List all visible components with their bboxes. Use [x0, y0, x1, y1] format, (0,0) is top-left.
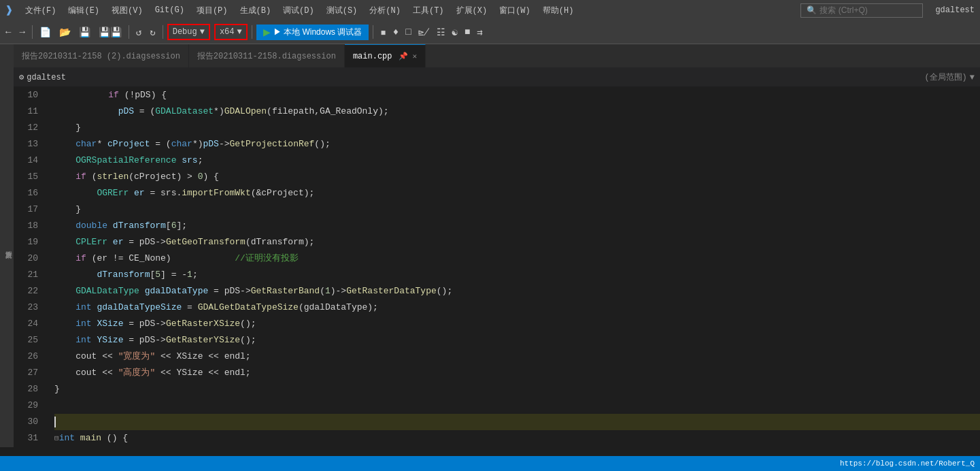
- editor-header: ⚙ gdaltest (全局范围) ▼: [14, 68, 980, 87]
- back-button[interactable]: ←: [3, 25, 14, 39]
- line-number-24: 24: [14, 316, 44, 332]
- line-numbers: 1011121314151617181920212223242526272829…: [14, 87, 49, 447]
- tab-diagsession-2[interactable]: 报告20210311-2158 (2).diagsession: [14, 44, 189, 67]
- menu-test[interactable]: 测试(S): [321, 0, 363, 20]
- tab-main-cpp[interactable]: main.cpp 📌 ✕: [345, 44, 426, 67]
- project-breadcrumb: ⚙ gdaltest: [19, 72, 66, 82]
- redo-icon[interactable]: ↻: [147, 25, 158, 39]
- search-icon: 🔍: [807, 5, 817, 16]
- line-number-27: 27: [14, 365, 44, 381]
- line-number-21: 21: [14, 267, 44, 283]
- debug-config-dropdown[interactable]: Debug ▼: [167, 24, 210, 40]
- line-number-12: 12: [14, 120, 44, 136]
- line-number-15: 15: [14, 169, 44, 185]
- project-name-label: gdaltest: [27, 73, 66, 82]
- play-icon: ▶: [263, 27, 271, 37]
- code-line-22: GDALDataType gdalDataType = pDS->GetRast…: [54, 283, 980, 299]
- code-line-15: if (strlen(cProject) > 0) {: [54, 169, 980, 185]
- line-number-14: 14: [14, 152, 44, 169]
- tab-close-button[interactable]: ✕: [412, 52, 417, 61]
- separator-1: [32, 25, 33, 39]
- code-editor: 1011121314151617181920212223242526272829…: [14, 87, 980, 447]
- line-number-22: 22: [14, 283, 44, 299]
- toolbar-icon-5[interactable]: ☷: [434, 25, 448, 39]
- menu-bar: ❱ 文件(F) 编辑(E) 视图(V) Git(G) 项目(P) 生成(B) 调…: [0, 0, 980, 20]
- platform-arrow: ▼: [237, 27, 242, 37]
- scope-dropdown[interactable]: (全局范围) ▼: [924, 71, 975, 83]
- menu-git[interactable]: Git(G): [150, 0, 190, 20]
- platform-dropdown[interactable]: x64 ▼: [214, 24, 248, 40]
- status-bar: https://blog.csdn.net/Robert_Q: [0, 456, 980, 471]
- menu-file[interactable]: 文件(F): [20, 0, 62, 20]
- line-number-23: 23: [14, 299, 44, 316]
- code-line-25: int YSize = pDS->GetRasterYSize();: [54, 332, 980, 348]
- line-number-10: 10: [14, 87, 44, 103]
- undo-icon[interactable]: ↺: [133, 25, 144, 39]
- forward-button[interactable]: →: [16, 25, 27, 39]
- code-line-21: dTransform[5] = -1;: [54, 267, 980, 283]
- status-right: https://blog.csdn.net/Robert_Q: [840, 459, 975, 468]
- toolbar-icon-2[interactable]: ♦: [390, 25, 401, 39]
- menu-project[interactable]: 项目(P): [191, 0, 233, 20]
- open-file-icon[interactable]: 📂: [56, 25, 73, 39]
- menu-window[interactable]: 窗口(W): [494, 0, 536, 20]
- toolbar-icon-6[interactable]: ☯: [450, 25, 460, 39]
- menu-edit[interactable]: 编辑(E): [63, 0, 105, 20]
- tab-diagsession[interactable]: 报告20210311-2158.diagsession: [189, 44, 345, 67]
- code-line-29: [54, 397, 980, 414]
- menu-view[interactable]: 视图(V): [106, 0, 148, 20]
- editor-area: 报告20210311-2158 (2).diagsession 报告202103…: [14, 44, 980, 447]
- toolbar-icon-7[interactable]: ■: [462, 25, 473, 39]
- activity-bar: 解决方案 团队 调试 书签 引用 通知 设置: [0, 44, 14, 447]
- menu-analyze[interactable]: 分析(N): [364, 0, 406, 20]
- separator-5: [373, 25, 373, 39]
- line-number-26: 26: [14, 348, 44, 365]
- code-line-23: int gdalDataTypeSize = GDALGetDataTypeSi…: [54, 299, 980, 316]
- menu-help[interactable]: 帮助(H): [537, 0, 579, 20]
- code-line-31: ⊟int main () {: [54, 430, 980, 446]
- blog-link: https://blog.csdn.net/Robert_Q: [840, 459, 975, 468]
- tab-label: 报告20210311-2158 (2).diagsession: [22, 50, 180, 62]
- tab-label: main.cpp: [353, 52, 392, 61]
- separator-4: [252, 25, 252, 39]
- vs-logo-icon: ❱: [5, 3, 13, 18]
- line-number-20: 20: [14, 250, 44, 267]
- debug-config-label: Debug: [173, 27, 197, 37]
- code-content[interactable]: if (!pDS) { pDS = (GDALDataset*)GDALOpen…: [49, 87, 980, 447]
- toolbar-icon-3[interactable]: □: [403, 25, 413, 39]
- line-number-19: 19: [14, 234, 44, 250]
- code-line-17: }: [54, 201, 980, 218]
- line-number-16: 16: [14, 185, 44, 201]
- toolbar-icon-4[interactable]: ⋭: [416, 25, 433, 39]
- save-icon[interactable]: 💾: [76, 25, 93, 39]
- debug-config-arrow: ▼: [200, 27, 205, 37]
- pin-icon: 📌: [399, 52, 408, 61]
- code-line-14: OGRSpatialReference srs;: [54, 152, 980, 169]
- tab-label: 报告20210311-2158.diagsession: [197, 50, 336, 62]
- code-line-28: }: [54, 381, 980, 397]
- search-box[interactable]: 🔍: [800, 3, 923, 18]
- code-line-16: OGRErr er = srs.importFromWkt(&cProject)…: [54, 185, 980, 201]
- menu-tools[interactable]: 工具(T): [407, 0, 450, 20]
- search-input[interactable]: [820, 5, 908, 15]
- code-line-26: cout << "宽度为" << XSize << endl;: [54, 348, 980, 365]
- toolbar-icon-1[interactable]: ◾: [377, 25, 388, 39]
- code-line-20: if (er != CE_None) //证明没有投影: [54, 250, 980, 267]
- separator-2: [129, 25, 129, 39]
- scope-label: (全局范围): [924, 71, 966, 83]
- activity-solution-explorer[interactable]: 解决方案: [1, 243, 14, 248]
- menu-build[interactable]: 生成(B): [235, 0, 277, 20]
- line-number-25: 25: [14, 332, 44, 348]
- line-number-17: 17: [14, 201, 44, 218]
- code-line-13: char* cProject = (char*)pDS->GetProjecti…: [54, 136, 980, 152]
- run-debug-button[interactable]: ▶ ▶ 本地 Windows 调试器: [256, 25, 369, 40]
- menu-extensions[interactable]: 扩展(X): [451, 0, 493, 20]
- toolbar-icon-8[interactable]: ⇉: [474, 25, 485, 39]
- code-line-10: if (!pDS) {: [54, 87, 980, 103]
- menu-debug[interactable]: 调试(D): [277, 0, 320, 20]
- file-icon: ⚙: [19, 72, 24, 82]
- line-number-28: 28: [14, 381, 44, 397]
- separator-3: [163, 25, 163, 39]
- save-all-icon[interactable]: 💾💾: [96, 25, 124, 39]
- new-file-icon[interactable]: 📄: [37, 25, 54, 39]
